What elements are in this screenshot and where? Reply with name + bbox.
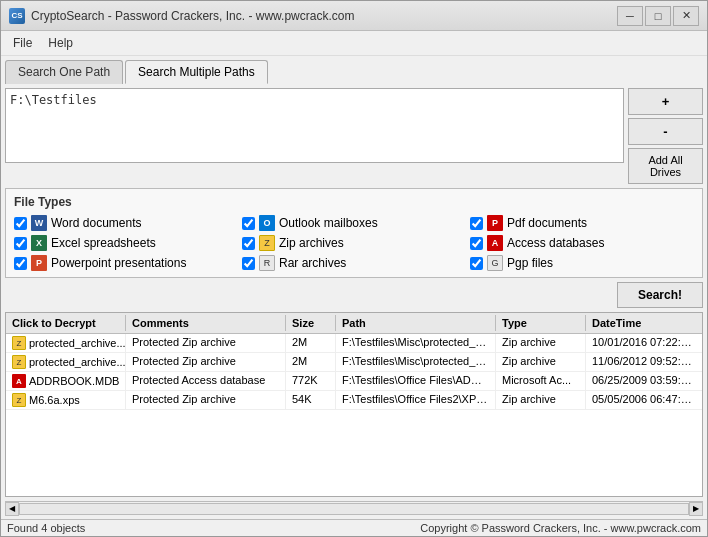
scroll-track[interactable] [19,503,689,515]
minimize-button[interactable]: ─ [617,6,643,26]
cell-comments: Protected Zip archive [126,334,286,352]
excel-icon: X [31,235,47,251]
ppt-icon: P [31,255,47,271]
col-header-comments: Comments [126,315,286,331]
tab-search-one-path[interactable]: Search One Path [5,60,123,84]
cell-filename: Z protected_archive... [6,334,126,352]
add-path-button[interactable]: + [628,88,703,115]
search-button-row: Search! [5,282,703,308]
checkbox-outlook[interactable] [242,217,255,230]
col-header-size: Size [286,315,336,331]
cell-datetime: 11/06/2012 09:52:30... [586,353,702,371]
col-header-path: Path [336,315,496,331]
tab-search-multiple-paths[interactable]: Search Multiple Paths [125,60,268,84]
cell-path: F:\Testfiles\Misc\protected_arc... [336,334,496,352]
title-bar: CS CryptoSearch - Password Crackers, Inc… [1,1,707,31]
cell-path: F:\Testfiles\Misc\protected_arc... [336,353,496,371]
outlook-icon: O [259,215,275,231]
search-button[interactable]: Search! [617,282,703,308]
label-zip: Zip archives [279,236,344,250]
status-right: Copyright © Password Crackers, Inc. - ww… [420,522,701,534]
file-types-grid: W Word documents O Outlook mailboxes P P… [14,215,694,271]
title-buttons: ─ □ ✕ [617,6,699,26]
cell-comments: Protected Zip archive [126,353,286,371]
file-row-icon: Z [12,393,26,407]
scroll-left-button[interactable]: ◀ [5,502,19,516]
cell-datetime: 10/01/2016 07:22:20... [586,334,702,352]
access-icon: A [487,235,503,251]
cell-filename: Z protected_archive... [6,353,126,371]
label-ppt: Powerpoint presentations [51,256,186,270]
file-type-ppt: P Powerpoint presentations [14,255,238,271]
scroll-right-button[interactable]: ▶ [689,502,703,516]
cell-path: F:\Testfiles\Office Files\ADDR... [336,372,496,390]
file-row-icon: A [12,374,26,388]
table-row[interactable]: Z protected_archive... Protected Zip arc… [6,334,702,353]
checkbox-zip[interactable] [242,237,255,250]
cell-datetime: 05/05/2006 06:47:02... [586,391,702,409]
checkbox-access[interactable] [470,237,483,250]
label-pgp: Pgp files [507,256,553,270]
table-row[interactable]: Z M6.6a.xps Protected Zip archive 54K F:… [6,391,702,410]
checkbox-ppt[interactable] [14,257,27,270]
checkbox-rar[interactable] [242,257,255,270]
cell-size: 54K [286,391,336,409]
checkbox-pdf[interactable] [470,217,483,230]
file-type-pgp: G Pgp files [470,255,694,271]
path-textarea[interactable]: F:\Testfiles [5,88,624,163]
menu-help[interactable]: Help [40,33,81,53]
menu-bar: File Help [1,31,707,56]
file-type-pdf: P Pdf documents [470,215,694,231]
tabs-row: Search One Path Search Multiple Paths [1,56,707,84]
col-header-type: Type [496,315,586,331]
main-content: F:\Testfiles + - Add All Drives File Typ… [1,84,707,519]
file-row-icon: Z [12,355,26,369]
file-row-icon: Z [12,336,26,350]
cell-filename: A ADDRBOOK.MDB [6,372,126,390]
remove-path-button[interactable]: - [628,118,703,145]
cell-type: Zip archive [496,353,586,371]
path-section: F:\Testfiles + - Add All Drives [5,88,703,184]
file-type-access: A Access databases [470,235,694,251]
rar-icon: R [259,255,275,271]
table-row[interactable]: Z protected_archive... Protected Zip arc… [6,353,702,372]
window-title: CryptoSearch - Password Crackers, Inc. -… [31,9,354,23]
cell-size: 2M [286,353,336,371]
cell-datetime: 06/25/2009 03:59:00... [586,372,702,390]
label-pdf: Pdf documents [507,216,587,230]
results-section: Click to Decrypt Comments Size Path Type… [5,312,703,497]
label-excel: Excel spreadsheets [51,236,156,250]
pgp-icon: G [487,255,503,271]
file-types-title: File Types [14,195,694,209]
pdf-icon: P [487,215,503,231]
cell-comments: Protected Access database [126,372,286,390]
cell-type: Zip archive [496,391,586,409]
status-bar: Found 4 objects Copyright © Password Cra… [1,519,707,536]
zip-icon: Z [259,235,275,251]
results-header: Click to Decrypt Comments Size Path Type… [6,313,702,334]
file-type-word: W Word documents [14,215,238,231]
menu-file[interactable]: File [5,33,40,53]
status-left: Found 4 objects [7,522,85,534]
cell-filename: Z M6.6a.xps [6,391,126,409]
file-type-outlook: O Outlook mailboxes [242,215,466,231]
file-types-section: File Types W Word documents O Outlook ma… [5,188,703,278]
results-body: Z protected_archive... Protected Zip arc… [6,334,702,496]
checkbox-pgp[interactable] [470,257,483,270]
file-type-rar: R Rar archives [242,255,466,271]
cell-comments: Protected Zip archive [126,391,286,409]
label-rar: Rar archives [279,256,346,270]
add-all-drives-button[interactable]: Add All Drives [628,148,703,184]
close-button[interactable]: ✕ [673,6,699,26]
cell-path: F:\Testfiles\Office Files2\XPS\... [336,391,496,409]
maximize-button[interactable]: □ [645,6,671,26]
main-window: CS CryptoSearch - Password Crackers, Inc… [0,0,708,537]
scrollbar-row: ◀ ▶ [5,501,703,515]
table-row[interactable]: A ADDRBOOK.MDB Protected Access database… [6,372,702,391]
checkbox-word[interactable] [14,217,27,230]
checkbox-excel[interactable] [14,237,27,250]
file-type-zip: Z Zip archives [242,235,466,251]
cell-type: Microsoft Ac... [496,372,586,390]
app-icon: CS [9,8,25,24]
label-outlook: Outlook mailboxes [279,216,378,230]
